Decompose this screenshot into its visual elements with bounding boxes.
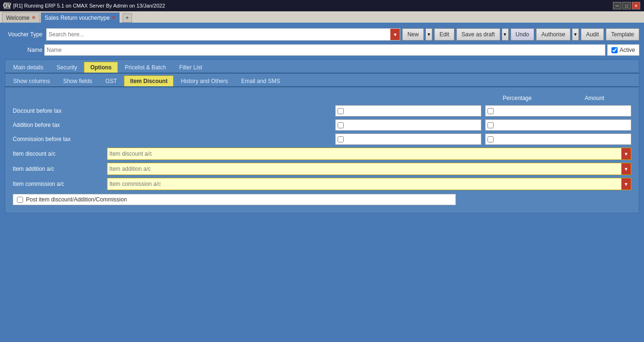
post-checkbox-row: Post item discount/Addition/Commission [13,194,631,205]
addition-percentage-checkbox[interactable] [338,122,344,128]
voucher-type-dropdown-arrow[interactable]: ▼ [390,29,400,40]
tab-sales-return-label: Sales Return vouchertype [45,15,110,21]
discount-amount-checkbox[interactable] [487,108,494,114]
minimize-button[interactable]: ─ [613,2,621,9]
item-discount-ac-dropdown-arrow[interactable]: ▼ [621,148,631,159]
item-discount-ac-select: ▼ [107,148,631,160]
sub-tabs: Show columns Show fields GST Item Discou… [5,74,639,87]
post-checkbox-label: Post item discount/Addition/Commission [26,196,127,203]
sub-tab-email-sms[interactable]: Email and SMS [235,75,286,86]
new-button[interactable]: New [402,28,424,41]
tab-security[interactable]: Security [50,62,83,73]
tab-sales-return[interactable]: Sales Return vouchertype ✕ [41,12,120,23]
addition-amount-checkbox[interactable] [487,122,494,128]
tab-options[interactable]: Options [84,62,117,73]
edit-button[interactable]: Edit [434,28,454,41]
item-commission-ac-input[interactable] [109,181,619,187]
active-checkbox-container: Active [607,44,639,56]
discount-amount-field [485,105,631,117]
post-checkbox-container: Post item discount/Addition/Commission [13,194,456,205]
tab-main-details[interactable]: Main details [7,62,50,73]
maximize-button[interactable]: □ [622,2,631,9]
item-discount-ac-row: Item discount a/c ▼ [13,148,631,160]
app-area: Voucher Type ▼ New ▼ Edit Save as draft … [0,24,644,342]
tab-bar: Welcome ✕ Sales Return vouchertype ✕ + [0,11,644,24]
save-as-draft-dropdown-arrow[interactable]: ▼ [502,28,509,41]
addition-percentage-field [335,119,481,131]
sub-tab-gst[interactable]: GST [99,75,123,86]
item-commission-ac-dropdown-arrow[interactable]: ▼ [621,178,631,190]
commission-amount-checkbox[interactable] [487,136,494,142]
item-discount-ac-label: Item discount a/c [13,150,107,157]
discount-before-tax-row: Discount before tax [13,105,631,117]
name-label: Name [5,47,42,53]
discount-percentage-checkbox[interactable] [338,108,344,114]
toolbar: Voucher Type ▼ New ▼ Edit Save as draft … [5,28,639,41]
name-input[interactable] [44,44,605,56]
app-icon: OV [4,2,10,9]
title-bar-controls: ─ □ ✕ [613,2,640,9]
addition-before-tax-label: Addition before tax [13,122,107,128]
authorise-button[interactable]: Authorise [536,28,570,41]
addition-before-tax-row: Addition before tax [13,119,631,131]
amount-header: Amount [558,95,631,101]
sub-tab-show-fields[interactable]: Show fields [57,75,98,86]
voucher-type-input[interactable] [49,31,398,38]
item-commission-ac-row: Item commission a/c ▼ [13,178,631,190]
item-addition-ac-row: Item addition a/c ▼ [13,163,631,175]
tab-filter-list[interactable]: Filter List [173,62,208,73]
template-button[interactable]: Template [606,28,639,41]
name-row: Name Active [5,44,639,56]
tab-pricelist-batch[interactable]: Pricelist & Batch [119,62,172,73]
save-as-draft-button[interactable]: Save as draft [456,28,500,41]
addition-amount-field [485,119,631,131]
undo-button[interactable]: Undo [511,28,535,41]
top-tabs: Main details Security Options Pricelist … [5,60,639,74]
sub-tab-history-others[interactable]: History and Others [174,75,234,86]
post-checkbox[interactable] [17,197,23,203]
sub-tab-show-columns[interactable]: Show columns [7,75,56,86]
title-bar-text: [R1] Running ERP 5.1 on CMAX Server By A… [13,3,165,8]
item-addition-ac-input[interactable] [109,166,619,172]
discount-before-tax-label: Discount before tax [13,108,107,114]
tab-welcome-label: Welcome [6,15,30,21]
item-addition-ac-dropdown-arrow[interactable]: ▼ [621,163,631,175]
item-addition-ac-label: Item addition a/c [13,166,107,172]
tab-sales-return-close[interactable]: ✕ [112,15,116,20]
discount-percentage-field [335,105,481,117]
item-commission-ac-label: Item commission a/c [13,181,107,187]
commission-percentage-field [335,133,481,145]
item-discount-ac-input[interactable] [109,150,619,157]
active-checkbox[interactable] [611,47,618,53]
commission-amount-field [485,133,631,145]
form-area: Percentage Amount Discount before tax [5,87,639,213]
title-bar: OV [R1] Running ERP 5.1 on CMAX Server B… [0,0,644,11]
tab-add-button[interactable]: + [123,13,132,23]
tab-welcome-close[interactable]: ✕ [32,15,35,20]
audit-button[interactable]: Audit [581,28,604,41]
content-area: Main details Security Options Pricelist … [5,59,639,213]
close-button[interactable]: ✕ [632,2,640,9]
authorise-dropdown-arrow[interactable]: ▼ [572,28,579,41]
voucher-type-search: ▼ [46,28,400,41]
commission-before-tax-label: Commission before tax [13,136,107,142]
percentage-header: Percentage [480,95,554,101]
item-commission-ac-select: ▼ [107,178,631,190]
commission-percentage-checkbox[interactable] [338,136,344,142]
active-label: Active [619,47,635,53]
commission-before-tax-row: Commission before tax [13,133,631,145]
tab-welcome[interactable]: Welcome ✕ [2,12,40,23]
item-addition-ac-select: ▼ [107,163,631,175]
sub-tab-item-discount[interactable]: Item Discount [124,75,173,86]
new-dropdown-arrow[interactable]: ▼ [426,28,432,41]
voucher-type-label: Voucher Type [5,31,42,38]
